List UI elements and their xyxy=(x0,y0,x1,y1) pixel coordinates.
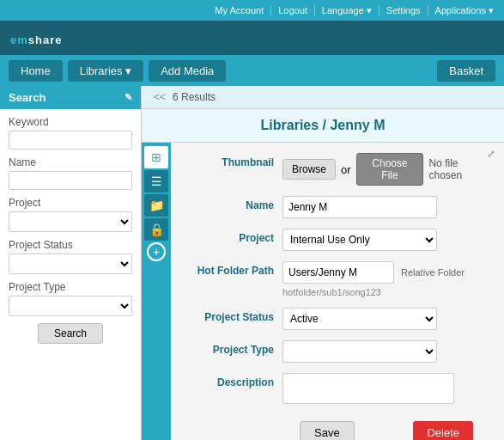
content-area: Search ✎ Keyword Name Project Project St… xyxy=(0,86,504,440)
project-status-label: Project Status xyxy=(9,239,132,251)
main-panel: << 6 Results Libraries / Jenny M ⊞ ☰ 📁 🔒… xyxy=(142,86,504,440)
project-type-form-select[interactable] xyxy=(282,340,437,363)
hot-folder-field-row: Hot Folder Path Relative Folder hotfolde… xyxy=(188,261,487,297)
language-link[interactable]: Language xyxy=(315,5,380,16)
logo: emshare xyxy=(10,27,63,49)
logo-em: em xyxy=(10,34,28,46)
project-value: Internal Use Only xyxy=(282,229,487,251)
project-type-select[interactable] xyxy=(9,296,132,316)
description-value xyxy=(282,373,487,404)
breadcrumb-bar: << 6 Results xyxy=(142,86,504,109)
description-input[interactable] xyxy=(282,373,454,404)
or-text: or xyxy=(341,163,351,176)
library-title: Libraries / Jenny M xyxy=(142,109,504,143)
project-type-field-row: Project Type xyxy=(9,281,132,316)
save-button[interactable]: Save xyxy=(300,421,355,440)
thumbnail-field-row: Thumbnail Browse or Choose File No file … xyxy=(188,153,487,186)
hot-folder-hint: hotfolder/sub1/song123 xyxy=(282,287,487,297)
list-view-button[interactable]: ☰ xyxy=(144,170,168,192)
basket-button[interactable]: Basket xyxy=(437,60,495,82)
project-field-row: Project xyxy=(9,197,132,232)
project-search-select[interactable] xyxy=(9,211,132,232)
logo-bar: emshare xyxy=(0,21,504,55)
folder-button[interactable]: 📁 xyxy=(144,194,168,217)
detail-form: ⤢ Thumbnail Browse or Choose File No fil… xyxy=(171,143,504,440)
project-status-field-row: Project Status Active xyxy=(188,308,487,330)
sidebar-header: Search ✎ xyxy=(0,86,141,109)
icon-sidebar: ⊞ ☰ 📁 🔒 + xyxy=(142,143,171,440)
lock-button[interactable]: 🔒 xyxy=(144,218,168,241)
relative-folder-text: Relative Folder xyxy=(401,267,465,278)
name-field-row: Name xyxy=(9,156,132,190)
project-select[interactable]: Internal Use Only xyxy=(282,229,437,251)
libraries-button[interactable]: Libraries xyxy=(68,60,143,82)
hot-folder-input[interactable] xyxy=(282,261,394,284)
hot-folder-controls: Relative Folder xyxy=(282,261,487,284)
project-status-form-label: Project Status xyxy=(188,308,274,323)
keyword-input[interactable] xyxy=(9,131,132,150)
applications-link[interactable]: Applications xyxy=(428,5,501,16)
project-status-value: Active xyxy=(282,308,487,330)
edit-icon[interactable]: ✎ xyxy=(124,92,132,103)
thumbnail-controls: Browse or Choose File No file chosen xyxy=(282,153,487,186)
name-value xyxy=(282,196,487,218)
home-button[interactable]: Home xyxy=(9,60,63,82)
back-nav[interactable]: << xyxy=(154,91,166,103)
project-type-form-label: Project Type xyxy=(188,340,274,356)
logout-link[interactable]: Logout xyxy=(271,5,315,15)
choose-file-button[interactable]: Choose File xyxy=(356,153,424,186)
action-bar: Save Delete xyxy=(188,414,487,440)
project-search-label: Project xyxy=(9,197,132,209)
settings-link[interactable]: Settings xyxy=(380,5,428,15)
project-label: Project xyxy=(188,229,274,244)
thumbnail-label: Thumbnail xyxy=(188,153,274,168)
grid-view-button[interactable]: ⊞ xyxy=(144,146,168,168)
project-status-select[interactable] xyxy=(9,254,132,274)
add-button[interactable]: + xyxy=(147,242,166,261)
delete-button[interactable]: Delete xyxy=(413,421,473,440)
search-button[interactable]: Search xyxy=(38,323,103,344)
sidebar-form: Keyword Name Project Project Status Proj… xyxy=(0,109,141,351)
top-nav: My Account Logout Language Settings Appl… xyxy=(0,0,504,21)
keyword-field-row: Keyword xyxy=(9,116,132,150)
project-status-field-row: Project Status xyxy=(9,239,132,274)
sidebar-title: Search xyxy=(9,91,46,104)
project-type-value xyxy=(282,340,487,363)
form-container: ⊞ ☰ 📁 🔒 + ⤢ Thumbnail Browse or Choose F… xyxy=(142,143,504,440)
description-field-row: Description xyxy=(188,373,487,404)
hot-folder-value: Relative Folder hotfolder/sub1/song123 xyxy=(282,261,487,297)
project-status-form-select[interactable]: Active xyxy=(282,308,437,330)
add-media-button[interactable]: Add Media xyxy=(149,60,226,82)
project-field-row: Project Internal Use Only xyxy=(188,229,487,251)
sidebar: Search ✎ Keyword Name Project Project St… xyxy=(0,86,142,440)
description-label: Description xyxy=(188,373,274,388)
my-account-link[interactable]: My Account xyxy=(208,5,271,15)
name-field-row: Name xyxy=(188,196,487,218)
project-type-field-row: Project Type xyxy=(188,340,487,363)
results-count: 6 Results xyxy=(173,91,216,103)
expand-icon[interactable]: ⤢ xyxy=(487,148,495,160)
keyword-label: Keyword xyxy=(9,116,132,128)
thumbnail-value: Browse or Choose File No file chosen xyxy=(282,153,487,186)
no-file-text: No file chosen xyxy=(428,157,487,181)
main-nav: Home Libraries Add Media Basket xyxy=(0,55,504,86)
name-input[interactable] xyxy=(282,196,437,218)
hot-folder-label: Hot Folder Path xyxy=(188,261,274,277)
name-label: Name xyxy=(188,196,274,211)
name-search-label: Name xyxy=(9,156,132,168)
name-search-input[interactable] xyxy=(9,171,132,190)
project-type-label: Project Type xyxy=(9,281,132,293)
browse-button[interactable]: Browse xyxy=(282,159,336,180)
